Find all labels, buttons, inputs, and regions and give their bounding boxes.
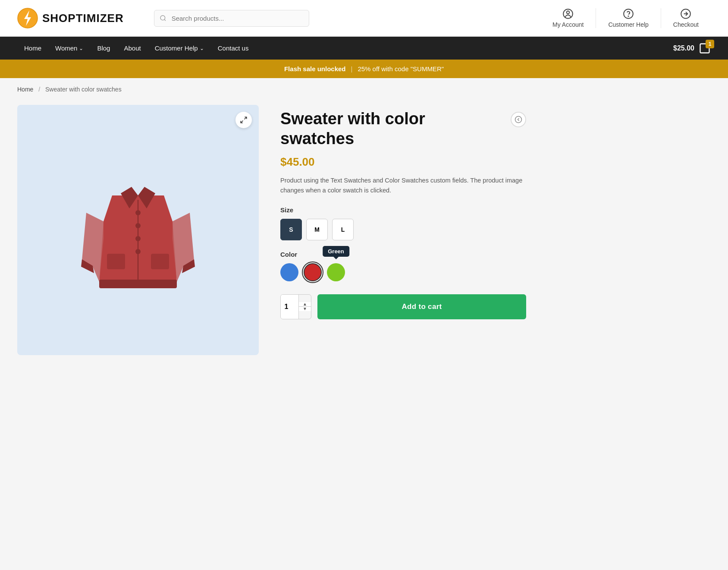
color-swatch-green[interactable]: Green [327, 263, 345, 281]
cart-area[interactable]: $25.00 1 [673, 42, 711, 54]
breadcrumb: Home / Sweater with color swatches [0, 78, 728, 101]
breadcrumb-separator: / [38, 86, 40, 93]
customer-help-label: Customer Help [608, 21, 648, 28]
flash-title: Flash sale unlocked [284, 65, 346, 72]
nav-link-blog[interactable]: Blog [90, 37, 117, 60]
flash-message: 25% off with code "SUMMER" [358, 65, 444, 72]
product-title: Sweater with color swatches [280, 109, 487, 148]
nav-link-about[interactable]: About [117, 37, 147, 60]
expand-icon [240, 116, 248, 124]
svg-point-12 [135, 249, 141, 254]
add-to-cart-button[interactable]: Add to cart [317, 294, 526, 319]
top-actions: My Account Customer Help Checkout [540, 8, 711, 28]
svg-rect-14 [151, 254, 169, 269]
quantity-wrap: ▲ ▼ [280, 294, 311, 319]
product-price: $45.00 [280, 155, 526, 169]
logo-text: SHOPTIMIZER [42, 12, 124, 25]
logo-icon [17, 8, 38, 28]
color-options: Green [280, 263, 526, 281]
nav-link-customer-help[interactable]: Customer Help [148, 37, 211, 60]
color-section: Color Green [280, 251, 526, 281]
nav-item-about[interactable]: About [117, 37, 147, 60]
nav-item-customer-help[interactable]: Customer Help [148, 37, 211, 60]
top-bar: SHOPTIMIZER My Account Customer Help [0, 0, 728, 37]
nav-item-home[interactable]: Home [17, 37, 48, 60]
nav-link-home[interactable]: Home [17, 37, 48, 60]
product-image-wrap [17, 105, 259, 355]
cart-total: $25.00 [673, 44, 694, 52]
quantity-input-row: ▲ ▼ [281, 295, 311, 319]
my-account-action[interactable]: My Account [540, 8, 596, 28]
breadcrumb-home[interactable]: Home [17, 86, 33, 93]
svg-point-3 [567, 11, 570, 14]
nav-link-contact-us[interactable]: Contact us [211, 37, 256, 60]
svg-point-9 [135, 210, 141, 215]
nav-bar: Home Women Blog About Customer Help Cont… [0, 37, 728, 60]
user-circle-icon [562, 8, 574, 19]
search-input[interactable] [154, 10, 309, 27]
color-label: Color [280, 251, 526, 258]
nav-item-blog[interactable]: Blog [90, 37, 117, 60]
svg-rect-15 [99, 280, 177, 288]
product-image [69, 152, 207, 308]
quantity-input[interactable] [281, 295, 299, 319]
size-btn-m[interactable]: M [306, 219, 328, 240]
product-page: Sweater with color swatches $45.00 Produ… [0, 101, 543, 381]
svg-rect-13 [107, 254, 125, 269]
logo[interactable]: SHOPTIMIZER [17, 8, 124, 28]
nav-link-women[interactable]: Women [48, 37, 90, 60]
color-swatch-red[interactable] [304, 263, 322, 281]
size-btn-l[interactable]: L [332, 219, 354, 240]
svg-point-5 [628, 16, 629, 16]
breadcrumb-current: Sweater with color swatches [45, 86, 122, 93]
quantity-down-button[interactable]: ▼ [299, 307, 311, 311]
quantity-arrows: ▲ ▼ [299, 302, 311, 311]
customer-help-action[interactable]: Customer Help [596, 8, 661, 28]
nav-item-women[interactable]: Women [48, 37, 90, 60]
size-section: Size S M L [280, 206, 526, 240]
product-description: Product using the Text Swatches and Colo… [280, 176, 526, 195]
product-info: Sweater with color swatches $45.00 Produ… [280, 105, 526, 355]
cart-icon-wrap[interactable]: 1 [699, 42, 711, 54]
cart-badge: 1 [706, 40, 714, 48]
checkout-action[interactable]: Checkout [661, 8, 711, 28]
expand-image-button[interactable] [235, 112, 252, 128]
svg-point-16 [515, 117, 522, 123]
nav-item-contact-us[interactable]: Contact us [211, 37, 256, 60]
svg-point-4 [624, 9, 633, 19]
help-circle-icon [623, 8, 634, 19]
size-options: S M L [280, 219, 526, 240]
size-btn-s[interactable]: S [280, 219, 302, 240]
cart-actions: ▲ ▼ Add to cart [280, 294, 526, 319]
svg-point-11 [135, 236, 141, 241]
my-account-label: My Account [552, 21, 584, 28]
size-label: Size [280, 206, 526, 214]
checkout-label: Checkout [673, 21, 699, 28]
search-area [154, 10, 309, 27]
flash-separator: | [351, 65, 353, 72]
flash-banner: Flash sale unlocked | 25% off with code … [0, 60, 728, 78]
product-title-row: Sweater with color swatches [280, 109, 526, 148]
nav-links: Home Women Blog About Customer Help Cont… [17, 37, 673, 60]
checkout-icon [680, 8, 691, 19]
svg-point-10 [135, 223, 141, 228]
product-nav-button[interactable] [511, 112, 526, 127]
nav-left-icon [515, 116, 522, 123]
color-swatch-blue[interactable] [280, 263, 298, 281]
